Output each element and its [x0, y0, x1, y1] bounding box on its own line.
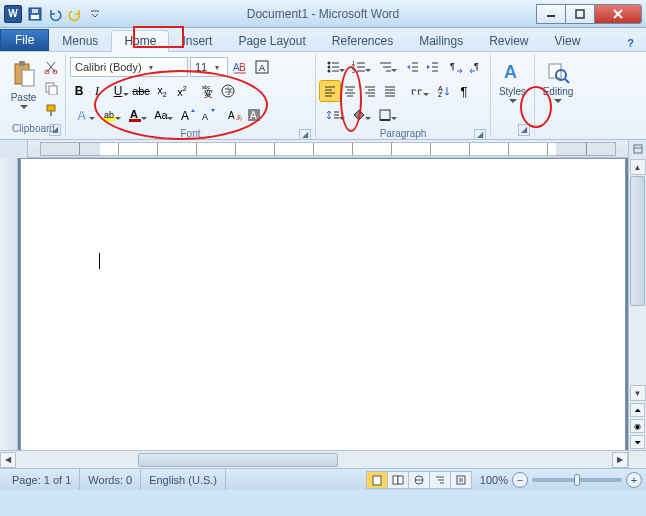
superscript-icon[interactable]: x2 — [172, 81, 192, 101]
svg-rect-77 — [380, 110, 390, 120]
svg-point-35 — [328, 66, 331, 69]
text-effects-icon[interactable]: A — [70, 105, 96, 125]
font-name-combo[interactable]: Calibri (Body)▾ — [70, 57, 188, 77]
multilevel-list-icon[interactable] — [372, 57, 398, 77]
file-tab[interactable]: File — [0, 29, 49, 51]
zoom-thumb[interactable] — [574, 474, 580, 486]
find-icon — [546, 60, 570, 84]
shading-icon[interactable] — [346, 105, 372, 125]
undo-icon[interactable] — [46, 5, 64, 23]
horizontal-ruler[interactable] — [0, 140, 628, 158]
tab-references[interactable]: References — [319, 29, 406, 51]
status-words[interactable]: Words: 0 — [80, 469, 141, 490]
fullscreen-reading-view-icon[interactable] — [387, 471, 409, 489]
outline-view-icon[interactable] — [429, 471, 451, 489]
zoom-level[interactable]: 100% — [480, 474, 508, 486]
draft-view-icon[interactable] — [450, 471, 472, 489]
qat-customize-icon[interactable] — [86, 5, 104, 23]
cut-icon[interactable] — [41, 57, 61, 77]
font-color-icon[interactable]: A — [122, 105, 148, 125]
scroll-thumb-h[interactable] — [138, 453, 338, 467]
character-shading-icon[interactable]: A — [244, 105, 264, 125]
italic-icon[interactable]: I — [88, 81, 106, 101]
change-case-icon[interactable]: Aa — [148, 105, 174, 125]
sort-icon[interactable]: AZ — [434, 81, 454, 101]
tab-review[interactable]: Review — [476, 29, 541, 51]
save-icon[interactable] — [26, 5, 44, 23]
paste-button[interactable]: Paste — [6, 56, 41, 121]
document-area[interactable] — [18, 158, 628, 450]
group-clipboard: Paste Clipboard◢ — [2, 54, 66, 137]
rtl-direction-icon[interactable]: ¶ — [466, 57, 486, 77]
print-layout-view-icon[interactable] — [366, 471, 388, 489]
next-page-icon[interactable]: ⏷ — [630, 435, 645, 449]
copy-icon[interactable] — [41, 78, 61, 98]
scroll-left-icon[interactable]: ◀ — [0, 452, 16, 468]
strikethrough-icon[interactable]: abc — [130, 81, 152, 101]
decrease-indent-icon[interactable] — [402, 57, 422, 77]
tab-insert[interactable]: Insert — [169, 29, 225, 51]
help-icon[interactable]: ? — [623, 35, 638, 51]
shrink-font-icon[interactable]: A — [198, 105, 218, 125]
pinyin-icon[interactable]: Aぁ — [224, 105, 244, 125]
highlight-icon[interactable]: ab — [96, 105, 122, 125]
prev-page-icon[interactable]: ⏶ — [630, 403, 645, 417]
line-spacing-icon[interactable] — [320, 105, 346, 125]
ruler-toggle-icon[interactable] — [628, 140, 646, 158]
bold-icon[interactable]: B — [70, 81, 88, 101]
paste-label: Paste — [11, 92, 37, 103]
zoom-slider[interactable] — [532, 478, 622, 482]
vertical-scrollbar[interactable]: ▲ ▼ ⏶ ◉ ⏷ — [628, 158, 646, 450]
tab-menus[interactable]: Menus — [49, 29, 111, 51]
format-painter-icon[interactable] — [41, 100, 61, 120]
page[interactable] — [20, 158, 626, 450]
scroll-thumb-v[interactable] — [630, 176, 645, 306]
zoom-in-button[interactable]: + — [626, 472, 642, 488]
align-left-icon[interactable] — [320, 81, 340, 101]
tab-mailings[interactable]: Mailings — [406, 29, 476, 51]
underline-icon[interactable]: U — [106, 81, 130, 101]
styles-button[interactable]: A Styles — [495, 56, 530, 121]
scroll-up-icon[interactable]: ▲ — [630, 159, 646, 175]
tab-home[interactable]: Home — [111, 30, 169, 52]
svg-text:A: A — [181, 109, 189, 123]
tab-selector[interactable] — [0, 140, 28, 158]
vertical-ruler[interactable] — [0, 158, 18, 450]
align-center-icon[interactable] — [340, 81, 360, 101]
group-label-editing — [539, 121, 577, 137]
grow-font-icon[interactable]: A — [178, 105, 198, 125]
tab-page-layout[interactable]: Page Layout — [225, 29, 318, 51]
minimize-button[interactable] — [536, 4, 566, 24]
increase-indent-icon[interactable] — [422, 57, 442, 77]
clear-formatting-icon[interactable]: AB — [230, 57, 250, 77]
phonetic-guide-icon[interactable]: abc変 — [198, 81, 218, 101]
zoom-out-button[interactable]: − — [512, 472, 528, 488]
status-language[interactable]: English (U.S.) — [141, 469, 226, 490]
browse-object-icon[interactable]: ◉ — [630, 419, 645, 433]
editing-button[interactable]: Editing — [539, 56, 577, 121]
redo-icon[interactable] — [66, 5, 84, 23]
numbering-icon[interactable]: 123 — [346, 57, 372, 77]
svg-text:B: B — [239, 62, 246, 73]
align-right-icon[interactable] — [360, 81, 380, 101]
scroll-down-icon[interactable]: ▼ — [630, 385, 646, 401]
styles-launcher[interactable]: ◢ — [518, 124, 530, 136]
scroll-right-icon[interactable]: ▶ — [612, 452, 628, 468]
borders-icon[interactable] — [372, 105, 398, 125]
asian-layout-icon[interactable] — [404, 81, 430, 101]
ltr-direction-icon[interactable]: ¶ — [446, 57, 466, 77]
justify-icon[interactable] — [380, 81, 400, 101]
maximize-button[interactable] — [565, 4, 595, 24]
bullets-icon[interactable] — [320, 57, 346, 77]
show-marks-icon[interactable]: ¶ — [454, 81, 474, 101]
subscript-icon[interactable]: x2 — [152, 81, 172, 101]
close-button[interactable] — [594, 4, 642, 24]
web-layout-view-icon[interactable] — [408, 471, 430, 489]
tab-view[interactable]: View — [542, 29, 594, 51]
clipboard-launcher[interactable]: ◢ — [49, 124, 61, 136]
character-border-icon[interactable]: A — [252, 57, 272, 77]
status-page[interactable]: Page: 1 of 1 — [4, 469, 80, 490]
font-size-combo[interactable]: 11▾ — [190, 57, 228, 77]
enclose-characters-icon[interactable]: 字 — [218, 81, 238, 101]
horizontal-scrollbar[interactable]: ◀ ▶ — [0, 450, 628, 468]
